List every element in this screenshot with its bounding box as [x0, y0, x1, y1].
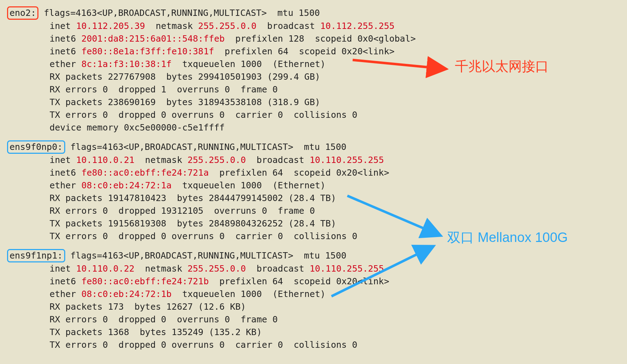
address-value: 10.110.0.21 [76, 155, 135, 165]
interface-stat-line: RX errors 0 dropped 1 overruns 0 frame 0 [7, 83, 627, 96]
interface-address-line: inet6 fe80::8e1a:f3ff:fe10:381f prefixle… [7, 45, 627, 58]
netmask-value: 255.255.0.0 [188, 155, 246, 165]
interface-address-line: ether 08:c0:eb:24:72:1b txqueuelen 1000 … [7, 288, 627, 301]
netmask-value: 255.255.0.0 [198, 21, 257, 31]
address-value: 2001:da8:215:6a01::548:ffeb [81, 34, 225, 44]
address-value: 8c:1a:f3:10:38:1f [81, 59, 172, 69]
address-value: 08:c0:eb:24:72:1b [81, 289, 172, 299]
interface-stat-line: device memory 0xc5e00000-c5e1ffff [7, 121, 627, 134]
interface-flags: flags=4163<UP,BROADCAST,RUNNING,MULTICAS… [38, 8, 320, 18]
interface-stat-line: TX errors 0 dropped 0 overruns 0 carrier… [7, 109, 627, 121]
interface-name: eno2: [7, 6, 38, 20]
interface-address-line: inet 10.110.0.21 netmask 255.255.0.0 bro… [7, 154, 627, 166]
interface-address-line: inet6 fe80::ac0:ebff:fe24:721b prefixlen… [7, 275, 627, 288]
interface-address-line: ether 08:c0:eb:24:72:1a txqueuelen 1000 … [7, 179, 627, 192]
address-value: fe80::8e1a:f3ff:fe10:381f [81, 46, 214, 56]
address-value: 10.112.205.39 [76, 21, 145, 31]
interface-stat-line: TX packets 19156819308 bytes 28489804326… [7, 217, 627, 230]
interface-header: eno2: flags=4163<UP,BROADCAST,RUNNING,MU… [7, 6, 627, 20]
annotation-mellanox-label: 双口 Mellanox 100G [447, 231, 568, 244]
interface-stat-line: TX errors 0 dropped 0 overruns 0 carrier… [7, 339, 627, 351]
interface-header: ens9f0np0: flags=4163<UP,BROADCAST,RUNNI… [7, 140, 627, 154]
broadcast-value: 10.112.255.255 [320, 21, 395, 31]
interface-flags: flags=4163<UP,BROADCAST,RUNNING,MULTICAS… [65, 142, 347, 152]
interface-stat-line: RX packets 19147810423 bytes 28444799145… [7, 192, 627, 205]
interface-stat-line: RX packets 173 bytes 12627 (12.6 KB) [7, 301, 627, 313]
address-value: 10.110.0.22 [76, 263, 135, 274]
netmask-value: 255.255.0.0 [188, 263, 246, 274]
address-value: fe80::ac0:ebff:fe24:721b [81, 276, 209, 286]
interface-address-line: inet6 fe80::ac0:ebff:fe24:721a prefixlen… [7, 166, 627, 179]
broadcast-value: 10.110.255.255 [310, 263, 384, 274]
interface-header: ens9f1np1: flags=4163<UP,BROADCAST,RUNNI… [7, 249, 627, 262]
interface-stat-line: TX packets 1368 bytes 135249 (135.2 KB) [7, 326, 627, 339]
interface-stat-line: RX errors 0 dropped 0 overruns 0 frame 0 [7, 313, 627, 326]
address-value: 08:c0:eb:24:72:1a [81, 180, 172, 190]
interface-address-line: inet6 2001:da8:215:6a01::548:ffeb prefix… [7, 32, 627, 45]
interface-address-line: inet 10.110.0.22 netmask 255.255.0.0 bro… [7, 262, 627, 275]
broadcast-value: 10.110.255.255 [310, 155, 384, 165]
interface-name: ens9f1np1: [7, 249, 65, 262]
interface-stat-line: RX errors 0 dropped 19312105 overruns 0 … [7, 205, 627, 217]
address-value: fe80::ac0:ebff:fe24:721a [81, 168, 209, 178]
interface-flags: flags=4163<UP,BROADCAST,RUNNING,MULTICAS… [65, 250, 347, 261]
terminal-output: eno2: flags=4163<UP,BROADCAST,RUNNING,MU… [0, 0, 627, 351]
interface-address-line: inet 10.112.205.39 netmask 255.255.0.0 b… [7, 20, 627, 32]
annotation-gigabit-label: 千兆以太网接口 [455, 60, 549, 73]
interface-name: ens9f0np0: [7, 140, 65, 154]
interface-stat-line: TX packets 238690169 bytes 318943538108 … [7, 96, 627, 109]
